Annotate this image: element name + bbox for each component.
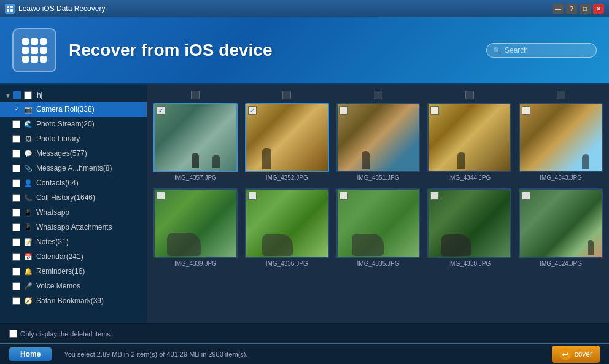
sidebar-root[interactable]: ▼ hj [0,88,147,102]
sidebar-item-contacts[interactable]: 👤 Contacts(64) [0,176,147,190]
sidebar-item-messages[interactable]: 💬 Messages(577) [0,146,147,161]
photo-label-4335: IMG_4335.JPG [336,260,421,267]
search-input[interactable] [505,46,591,55]
sidebar-item-call-history[interactable]: 📞 Call History(1646) [0,190,147,205]
sidebar-item-voice-memos[interactable]: 🎤 Voice Memos [0,279,147,293]
list-item[interactable]: ✓ IMG_4357.JPG [153,103,238,181]
calendar-checkbox[interactable] [12,253,20,261]
col5-header-checkbox[interactable] [557,91,565,99]
photo-thumb-4339[interactable] [153,188,238,258]
only-deleted-option[interactable]: Only display the deleted items. [9,330,112,338]
photo-thumb-4324[interactable] [519,188,603,258]
photo-label-4343: IMG_4343.JPG [519,174,603,181]
calendar-icon: 📅 [23,252,33,261]
photo-label-4330: IMG_4330.JPG [427,260,511,267]
camera-roll-checkbox[interactable]: ✓ [12,106,20,114]
help-button[interactable]: ? [566,4,577,14]
recover-button[interactable]: ↩ cover [552,346,600,363]
photo-thumb-4330[interactable] [427,188,511,258]
photo-thumb-4352[interactable]: ✓ [245,103,329,172]
only-deleted-checkbox[interactable] [9,330,17,338]
root-checkbox[interactable] [13,91,21,99]
messages-checkbox[interactable] [12,150,20,158]
photos-icon: 🌊 [23,119,33,129]
photo-thumb-4335[interactable] [336,188,421,258]
reminders-checkbox[interactable] [12,268,20,276]
whatsapp-label: Whatsapp [36,208,69,217]
list-item[interactable]: IMG_4335.JPG [336,188,421,266]
msgatt-icon: 📎 [23,163,33,173]
photo-checkbox-4324[interactable] [522,192,530,200]
col4-header-checkbox[interactable] [465,91,474,99]
photo-thumb-4351[interactable] [336,103,421,172]
list-item[interactable]: IMG_4330.JPG [427,188,511,266]
photo-checkbox-4352[interactable]: ✓ [248,106,257,115]
photo-checkbox-4335[interactable] [339,192,348,200]
photo-label-4352: IMG_4352.JPG [245,174,329,181]
list-item[interactable]: ✓ IMG_4352.JPG [245,103,329,181]
svg-rect-1 [10,6,13,8]
msgatt-checkbox[interactable] [12,165,20,172]
home-button[interactable]: Home [9,347,52,361]
whatsapp-att-checkbox[interactable] [12,223,20,231]
root-checkbox2[interactable] [24,91,32,99]
photo-checkbox-4343[interactable] [522,106,530,115]
col3-header-checkbox[interactable] [374,91,382,99]
photo-stream-checkbox[interactable] [12,120,20,128]
search-box[interactable]: 🔍 [486,43,597,58]
photo-label-4351: IMG_4351.JPG [336,174,421,181]
photo-thumb-4357[interactable]: ✓ [153,103,238,172]
voice-checkbox[interactable] [12,282,20,290]
notes-checkbox[interactable] [12,238,20,246]
close-button[interactable]: ✕ [593,4,604,14]
photo-label-4344: IMG_4344.JPG [427,174,511,181]
restore-button[interactable]: □ [580,4,591,14]
col1-header-checkbox[interactable] [191,91,200,99]
sidebar-item-photo-library[interactable]: 🖼 Photo Library [0,131,147,146]
photo-checkbox-4339[interactable] [157,192,165,200]
photo-checkbox-4344[interactable] [430,106,439,115]
sidebar-item-message-attachments[interactable]: 📎 Message A...hments(8) [0,161,147,176]
photo-checkbox-4351[interactable] [339,106,348,115]
list-item[interactable]: IMG_4339.JPG [153,188,238,266]
list-item[interactable]: IMG_4336.JPG [245,188,329,266]
photo-library-checkbox[interactable] [12,135,20,143]
photo-checkbox-4330[interactable] [430,192,439,200]
sidebar-item-safari-bookmark[interactable]: 🧭 Safari Bookmark(39) [0,293,147,308]
footer: Home You select 2.89 MB in 2 item(s) of … [0,343,609,364]
sidebar-item-whatsapp-attachments[interactable]: 📱 Whatsapp Attachments [0,220,147,234]
app-logo [12,28,56,72]
list-item[interactable]: IMG_4351.JPG [336,103,421,181]
safari-checkbox[interactable] [12,297,20,305]
photo-checkbox-4336[interactable] [248,192,257,200]
main-area: ▼ hj ✓ 📷 Camera Roll(338) 🌊 Photo Stream… [0,85,609,323]
sidebar-item-notes[interactable]: 📝 Notes(31) [0,234,147,249]
app-title: Leawo iOS Data Recovery [18,4,105,13]
list-item[interactable]: IMG_4344.JPG [427,103,511,181]
library-icon: 🖼 [23,134,33,144]
photo-thumb-4344[interactable] [427,103,511,172]
sidebar-item-calendar[interactable]: 📅 Calendar(241) [0,249,147,264]
col2-header-checkbox[interactable] [282,91,291,99]
window-controls: — ? □ ✕ [553,4,604,14]
photo-thumb-4343[interactable] [519,103,603,172]
sidebar-item-camera-roll[interactable]: ✓ 📷 Camera Roll(338) [0,102,147,117]
minimize-button[interactable]: — [553,4,564,14]
contacts-checkbox[interactable] [12,179,20,187]
list-item[interactable]: IMG_4324.JPG [519,188,603,266]
notes-icon: 📝 [23,237,33,247]
list-item[interactable]: IMG_4343.JPG [519,103,603,181]
voice-label: Voice Memos [36,282,80,290]
sidebar-item-photo-stream[interactable]: 🌊 Photo Stream(20) [0,117,147,131]
sidebar-item-whatsapp[interactable]: 📱 Whatsapp [0,205,147,220]
photo-thumb-4336[interactable] [245,188,329,258]
safari-icon: 🧭 [23,296,33,306]
sidebar-item-reminders[interactable]: 🔔 Reminders(16) [0,264,147,279]
whatsapp-att-label: Whatsapp Attachments [36,223,112,231]
calls-checkbox[interactable] [12,194,20,202]
svg-rect-3 [10,9,13,12]
whatsapp-checkbox[interactable] [12,209,20,217]
photo-checkbox-4357[interactable]: ✓ [157,106,165,115]
messages-icon: 💬 [23,149,33,158]
whatsapp-att-icon: 📱 [23,222,33,232]
